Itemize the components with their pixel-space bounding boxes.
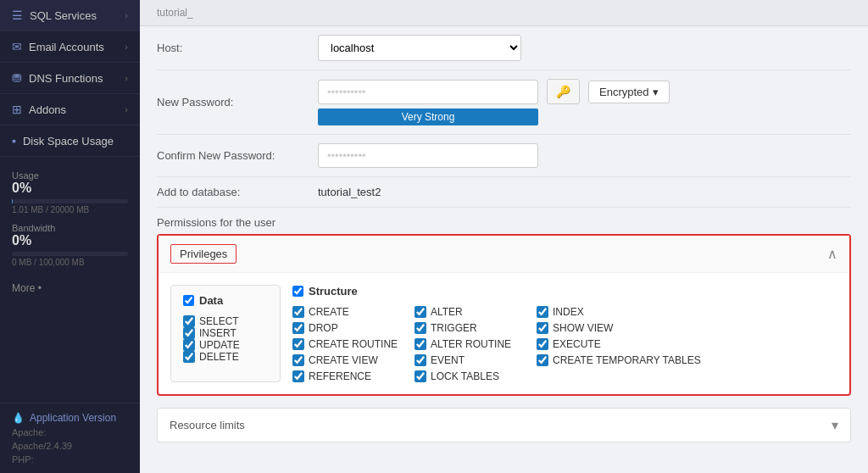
checkbox-create-routine: CREATE ROUTINE — [292, 338, 403, 350]
addons-icon: ⊞ — [12, 103, 22, 116]
sidebar-item-email-accounts[interactable]: ✉ Email Accounts › — [0, 31, 140, 63]
delete-checkbox[interactable] — [183, 351, 195, 363]
usage-label: Usage — [12, 170, 128, 181]
chevron-right-icon: › — [125, 42, 128, 52]
password-input-row: 🔑 Encrypted ▾ — [318, 79, 851, 104]
drop-checkbox[interactable] — [292, 322, 304, 334]
confirm-password-input[interactable] — [318, 143, 538, 168]
sidebar-item-label: Email Accounts — [29, 41, 104, 53]
create-routine-checkbox[interactable] — [292, 338, 304, 350]
alter-checkbox[interactable] — [415, 306, 426, 318]
resource-title: Resource limits — [170, 419, 245, 431]
privileges-title: Privileges — [170, 244, 236, 264]
checkbox-drop: DROP — [292, 322, 403, 334]
create-checkbox[interactable] — [292, 306, 304, 318]
db-value-text: tutorial_test2 — [318, 186, 381, 198]
sidebar-item-label: SQL Services — [30, 9, 97, 22]
dns-icon: ⛃ — [12, 71, 22, 85]
checkbox-event: EVENT — [415, 354, 525, 366]
data-select-all-checkbox[interactable] — [183, 295, 194, 306]
lock-tables-checkbox[interactable] — [415, 370, 426, 382]
resource-toggle-icon: ▾ — [832, 417, 838, 433]
sidebar-item-dns-functions[interactable]: ⛃ DNS Functions › — [0, 63, 140, 94]
apache-value: Apache/2.4.39 — [12, 441, 128, 451]
more-section[interactable]: More • — [0, 275, 140, 301]
structure-col-1: CREATE DROP CREATE ROUTINE — [292, 306, 403, 382]
new-password-label: New Password: — [157, 96, 318, 109]
privileges-collapse-button[interactable]: ∧ — [827, 246, 837, 262]
reference-checkbox[interactable] — [292, 370, 304, 382]
sidebar-item-label: Disk Space Usage — [23, 135, 114, 147]
app-version-title: 💧 Application Version — [12, 412, 128, 424]
usage-value: 0% — [12, 181, 128, 196]
sidebar-item-addons[interactable]: ⊞ Addons › — [0, 94, 140, 125]
create-view-checkbox[interactable] — [292, 354, 304, 366]
trigger-checkbox[interactable] — [415, 322, 426, 334]
usage-detail: 1.01 MB / 20000 MB — [12, 205, 128, 214]
encrypted-label: Encrypted — [599, 86, 649, 98]
sql-services-icon: ☰ — [12, 8, 23, 22]
checkbox-create: CREATE — [292, 306, 403, 318]
checkbox-reference: REFERENCE — [292, 370, 403, 382]
main-inner: Host: localhost New Password: 🔑 Encrypte… — [140, 26, 868, 459]
sidebar: ☰ SQL Services › ✉ Email Accounts › ⛃ DN… — [0, 0, 140, 473]
structure-section: Structure CREATE DROP — [292, 285, 837, 382]
email-icon: ✉ — [12, 40, 22, 53]
sidebar-item-disk-space[interactable]: ▪ Disk Space Usage — [0, 125, 140, 157]
resource-section: Resource limits ▾ — [157, 408, 851, 442]
create-temp-tables-checkbox[interactable] — [537, 354, 548, 366]
add-to-db-row: Add to database: tutorial_test2 — [157, 177, 851, 208]
add-to-db-label: Add to database: — [157, 186, 318, 198]
bandwidth-label: Bandwidth — [12, 223, 128, 233]
sidebar-item-sql-services[interactable]: ☰ SQL Services › — [0, 0, 140, 31]
update-checkbox[interactable] — [183, 339, 195, 351]
privileges-section: Privileges ∧ Data SELECT INSE — [157, 234, 851, 396]
structure-select-all-checkbox[interactable] — [292, 286, 303, 297]
host-control: localhost — [318, 35, 851, 61]
resource-header[interactable]: Resource limits ▾ — [158, 409, 850, 442]
checkbox-lock-tables: LOCK TABLES — [415, 370, 525, 382]
usage-bar-bg — [12, 199, 128, 203]
new-password-area: 🔑 Encrypted ▾ Very Strong — [318, 79, 851, 125]
main-content: tutorial_ Host: localhost New Password: … — [140, 0, 868, 473]
chevron-right-icon: › — [125, 10, 128, 20]
bandwidth-value: 0% — [12, 233, 128, 248]
event-checkbox[interactable] — [415, 354, 426, 366]
checkbox-create-temp-tables: CREATE TEMPORARY TABLES — [537, 354, 701, 366]
confirm-password-label: Confirm New Password: — [157, 149, 318, 162]
index-checkbox[interactable] — [537, 306, 548, 318]
insert-checkbox[interactable] — [183, 327, 195, 339]
alter-routine-checkbox[interactable] — [415, 338, 426, 350]
key-button[interactable]: 🔑 — [547, 79, 580, 104]
new-password-row: New Password: 🔑 Encrypted ▾ Very Strong — [157, 70, 851, 135]
checkbox-show-view: SHOW VIEW — [537, 322, 701, 334]
add-to-db-value: tutorial_test2 — [318, 186, 851, 198]
select-checkbox[interactable] — [183, 315, 195, 327]
php-label: PHP: — [12, 454, 128, 465]
sidebar-item-label: DNS Functions — [29, 72, 103, 85]
encrypted-button[interactable]: Encrypted ▾ — [588, 81, 670, 103]
data-column: Data SELECT INSERT UPDATE — [170, 285, 281, 382]
privileges-header: Privileges ∧ — [159, 236, 849, 273]
host-select[interactable]: localhost — [318, 35, 521, 61]
confirm-password-area — [318, 143, 851, 168]
usage-section: Usage 0% 1.01 MB / 20000 MB Bandwidth 0%… — [0, 157, 140, 275]
apache-label: Apache: — [12, 427, 128, 437]
usage-bar-fill — [12, 199, 13, 203]
structure-col-2: ALTER TRIGGER ALTER ROUTINE — [415, 306, 525, 382]
structure-col-3: INDEX SHOW VIEW EXECUTE — [537, 306, 701, 382]
privileges-body: Data SELECT INSERT UPDATE — [159, 273, 849, 394]
droplet-icon: 💧 — [12, 412, 25, 424]
show-view-checkbox[interactable] — [537, 322, 548, 334]
chevron-down-icon: ▾ — [653, 86, 659, 98]
new-password-input[interactable] — [318, 80, 538, 104]
bullet-icon: • — [38, 282, 42, 294]
more-label: More — [12, 282, 35, 294]
confirm-password-row: Confirm New Password: — [157, 135, 851, 177]
structure-header: Structure — [292, 285, 837, 298]
app-version-section: 💧 Application Version Apache: Apache/2.4… — [0, 403, 140, 473]
execute-checkbox[interactable] — [537, 338, 548, 350]
sidebar-item-label: Addons — [29, 103, 66, 116]
checkbox-update: UPDATE — [183, 339, 268, 351]
checkbox-select: SELECT — [183, 315, 268, 327]
